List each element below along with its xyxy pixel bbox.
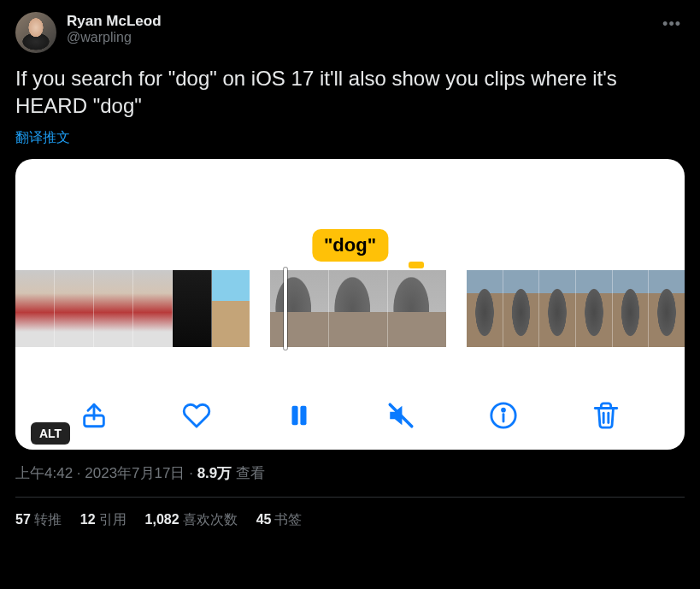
clip-frame — [133, 270, 173, 347]
playhead[interactable] — [284, 268, 287, 350]
handle: @warpling — [67, 30, 649, 45]
tweet-meta: 上午4:42 · 2023年7月17日 · 8.9万 查看 — [15, 463, 685, 498]
clip-frame — [539, 270, 576, 347]
more-options-button[interactable]: ••• — [659, 12, 685, 37]
clip-frame — [15, 270, 55, 347]
like-button[interactable] — [179, 398, 214, 433]
avatar[interactable] — [15, 12, 56, 53]
display-name: Ryan McLeod — [67, 12, 649, 30]
info-button[interactable] — [486, 398, 521, 433]
views-label: 查看 — [236, 465, 265, 481]
bookmarks-label: 书签 — [274, 512, 302, 527]
alt-badge[interactable]: ALT — [31, 422, 70, 445]
retweets-stat[interactable]: 57转推 — [15, 511, 62, 529]
clip-frame — [55, 270, 94, 347]
views-count: 8.9万 — [197, 465, 232, 481]
likes-count: 1,082 — [145, 512, 179, 527]
retweets-count: 57 — [15, 512, 31, 527]
clip-frame — [94, 270, 133, 347]
svg-rect-1 — [291, 405, 297, 425]
tweet-text: If you search for "dog" on iOS 17 it'll … — [15, 65, 685, 121]
clip-frame — [649, 270, 685, 347]
pause-icon — [285, 401, 314, 430]
bookmarks-count: 45 — [256, 512, 272, 527]
clip-frame — [329, 270, 388, 347]
search-highlight-label: "dog" — [312, 229, 388, 262]
info-icon — [489, 401, 518, 430]
heart-icon — [182, 401, 211, 430]
tweet-stats: 57转推 12引用 1,082喜欢次数 45书签 — [15, 498, 685, 529]
speaker-muted-icon — [386, 401, 415, 430]
scrub-marker — [409, 262, 424, 268]
svg-point-6 — [503, 409, 505, 411]
mute-button[interactable] — [384, 398, 418, 433]
quotes-label: 引用 — [99, 512, 126, 527]
quotes-count: 12 — [80, 512, 96, 527]
bookmarks-stat[interactable]: 45书签 — [256, 511, 303, 529]
svg-rect-2 — [300, 405, 306, 425]
share-button[interactable] — [77, 398, 111, 433]
likes-stat[interactable]: 1,082喜欢次数 — [145, 511, 238, 529]
media-attachment[interactable]: "dog" — [15, 159, 685, 450]
clip-frame — [388, 270, 446, 347]
author-block[interactable]: Ryan McLeod @warpling — [67, 12, 649, 45]
clip-frame — [467, 270, 503, 347]
video-filmstrip[interactable] — [15, 270, 685, 347]
translate-link[interactable]: 翻译推文 — [15, 129, 685, 147]
media-controls — [15, 398, 685, 433]
clip-frame — [503, 270, 540, 347]
share-icon — [79, 401, 109, 430]
tweet-header: Ryan McLeod @warpling ••• — [15, 12, 685, 53]
clip-frame — [173, 270, 212, 347]
delete-button[interactable] — [589, 398, 623, 433]
clip-group[interactable] — [15, 270, 250, 347]
tweet-container: Ryan McLeod @warpling ••• If you search … — [0, 0, 700, 541]
likes-label: 喜欢次数 — [183, 512, 238, 527]
tweet-time[interactable]: 上午4:42 — [15, 465, 73, 481]
retweets-label: 转推 — [34, 512, 62, 527]
tweet-date[interactable]: 2023年7月17日 — [85, 465, 185, 481]
clip-frame — [576, 270, 613, 347]
clip-frame — [212, 270, 250, 347]
pause-button[interactable] — [282, 398, 316, 433]
clip-frame — [613, 270, 650, 347]
trash-icon — [591, 401, 621, 430]
quotes-stat[interactable]: 12引用 — [80, 511, 126, 529]
clip-group[interactable] — [467, 270, 685, 347]
clip-frame — [270, 270, 329, 347]
clip-group[interactable] — [270, 270, 446, 347]
